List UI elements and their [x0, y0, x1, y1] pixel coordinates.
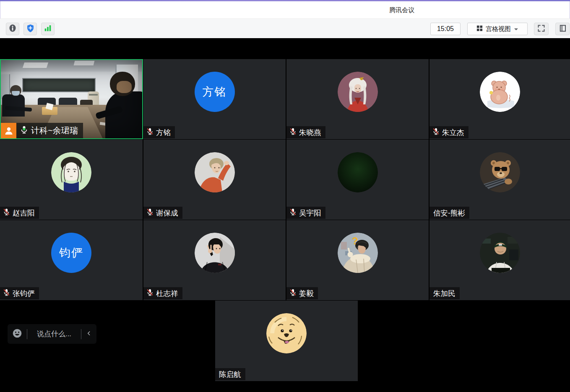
toolbar: 15:05 宫格视图 — [0, 18, 570, 39]
participant-tile[interactable]: 陈启航 — [215, 301, 358, 381]
participant-tile[interactable]: 朱晓燕 — [286, 59, 429, 139]
titlebar: 腾讯会议 — [0, 1, 570, 18]
muted-mic-icon — [3, 208, 10, 218]
profile-avatar — [195, 152, 235, 192]
grid-view-icon — [476, 25, 483, 33]
participant-tile[interactable]: 方铭 方铭 — [143, 59, 286, 139]
profile-avatar — [480, 72, 520, 112]
profile-avatar — [195, 233, 235, 273]
muted-mic-icon — [289, 288, 297, 299]
participant-name: 谢保成 — [156, 208, 178, 218]
participant-tile[interactable]: 杜志祥 — [143, 220, 286, 300]
participant-tile[interactable]: 赵吉阳 — [0, 140, 143, 220]
participant-tile[interactable]: 朱加民 — [429, 220, 570, 300]
profile-avatar — [51, 152, 91, 192]
muted-mic-icon — [289, 208, 297, 218]
participant-tile[interactable]: 吴宇阳 — [286, 140, 429, 220]
sidebar-toggle-icon — [558, 24, 567, 34]
meeting-info-button[interactable] — [6, 23, 19, 35]
security-button[interactable] — [23, 23, 37, 35]
profile-avatar — [480, 233, 520, 273]
muted-mic-icon — [146, 208, 154, 218]
participant-tile-self[interactable]: 计科~余珺瑞 — [0, 59, 143, 139]
fullscreen-button[interactable] — [534, 23, 549, 35]
network-signal-icon — [43, 23, 52, 34]
participant-name: 朱晓燕 — [299, 127, 321, 138]
profile-avatar: ? — [338, 233, 378, 273]
emoji-icon[interactable] — [12, 328, 23, 340]
layout-view-dropdown[interactable]: 宫格视图 — [467, 23, 528, 35]
profile-avatar — [338, 72, 378, 112]
meeting-time-text: 15:05 — [437, 25, 454, 33]
meeting-timer: 15:05 — [430, 23, 461, 35]
profile-avatar — [480, 152, 520, 192]
muted-mic-icon — [289, 127, 297, 138]
muted-mic-icon — [3, 288, 10, 299]
sidebar-toggle-button[interactable] — [555, 23, 570, 35]
chat-input-placeholder[interactable]: 说点什么... — [31, 329, 77, 339]
chevron-down-icon — [514, 25, 518, 33]
muted-mic-icon — [146, 127, 154, 138]
network-status-button[interactable] — [41, 23, 55, 35]
security-shield-icon — [26, 24, 35, 34]
participant-name: 朱加民 — [433, 288, 455, 299]
active-mic-icon — [20, 125, 29, 136]
collapse-chevron-icon[interactable] — [86, 330, 92, 338]
participant-name: 杜志祥 — [156, 288, 178, 299]
profile-avatar — [338, 152, 378, 192]
participant-tile[interactable]: 信安-熊彬 — [429, 140, 570, 220]
divider — [81, 329, 81, 339]
muted-mic-icon — [432, 127, 440, 138]
participant-name: 姜毅 — [299, 288, 314, 299]
participant-name: 朱立杰 — [442, 127, 464, 138]
initials-avatar: 钧俨 — [51, 233, 91, 273]
participant-name: 方铭 — [156, 127, 171, 138]
fullscreen-icon — [537, 24, 546, 34]
participant-name: 计科~余珺瑞 — [31, 125, 78, 136]
view-mode-label: 宫格视图 — [486, 25, 511, 33]
divider — [27, 329, 27, 339]
meeting-info-icon — [8, 23, 17, 34]
participant-name: 陈启航 — [219, 369, 241, 379]
participant-name: 吴宇阳 — [299, 208, 321, 218]
participant-name: 信安-熊彬 — [433, 208, 465, 218]
self-indicator-icon — [1, 123, 16, 138]
svg-text:?: ? — [352, 235, 358, 247]
window-title: 腾讯会议 — [389, 6, 414, 14]
profile-avatar — [266, 313, 307, 353]
muted-mic-icon — [146, 288, 154, 299]
participant-name: 赵吉阳 — [13, 208, 35, 218]
participant-tile[interactable]: 钧俨 张钧俨 — [0, 220, 143, 300]
initials-avatar: 方铭 — [195, 72, 235, 112]
participant-tile[interactable]: ? 姜毅 — [286, 220, 429, 300]
participant-name: 张钧俨 — [13, 288, 35, 299]
participant-tile[interactable]: 朱立杰 — [429, 59, 570, 139]
chat-quick-bar[interactable]: 说点什么... — [8, 324, 96, 344]
participant-tile[interactable]: 谢保成 — [143, 140, 286, 220]
